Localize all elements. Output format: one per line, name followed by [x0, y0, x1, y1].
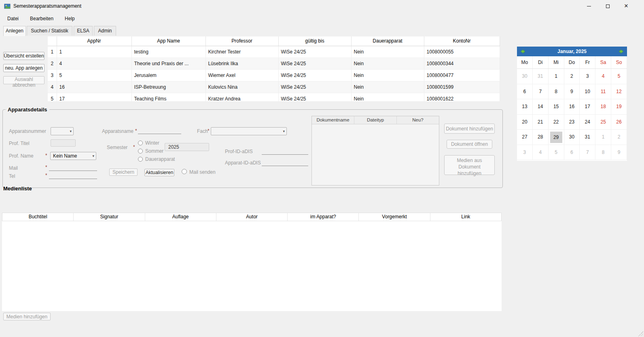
close-button[interactable]: ✕ — [617, 0, 636, 12]
calendar-day-cell[interactable]: 12 — [611, 84, 627, 100]
calendar-day-cell[interactable]: 4 — [595, 69, 611, 84]
calendar-day-cell[interactable]: 6 — [564, 145, 580, 160]
calendar-day-cell[interactable]: 29 — [549, 130, 564, 145]
prof-name-select[interactable]: Kein Name ▾ — [50, 152, 96, 160]
calendar-next-month-button[interactable] — [619, 48, 625, 55]
calendar-day-cell[interactable]: 19 — [611, 99, 627, 115]
mail-senden-checkbox[interactable] — [182, 169, 187, 174]
calendar-day-cell[interactable]: 5 — [549, 145, 564, 160]
winter-radio[interactable] — [138, 141, 143, 145]
dauerapparat-radio[interactable] — [138, 157, 143, 162]
menu-help[interactable]: Help — [59, 13, 80, 24]
app-table-row[interactable]: 35JerusalemWiemer AxelWiSe 24/25Nein1008… — [48, 69, 500, 81]
calendar-day-cell[interactable]: 3 — [580, 69, 595, 84]
calendar-day-cell[interactable]: 22 — [549, 115, 564, 130]
menu-datei[interactable]: Datei — [2, 13, 24, 24]
medien-aus-dokument-button[interactable]: Medien aus Dokument hinzufügen — [444, 155, 495, 175]
doc-column-header[interactable]: Dateityp — [354, 116, 397, 124]
app-column-header[interactable]: AppNr — [57, 36, 131, 46]
menu-bearbeiten[interactable]: Bearbeiten — [24, 13, 59, 24]
aktualisieren-button[interactable]: Aktualisieren — [144, 169, 174, 176]
medien-column-header[interactable]: im Apparat? — [288, 213, 359, 221]
uebersicht-erstellen-button[interactable]: Übersicht erstellen — [3, 52, 44, 60]
tab-anlegen[interactable]: Anlegen — [3, 26, 26, 36]
speichern-button[interactable]: Speichern — [109, 168, 138, 176]
calendar-day-cell[interactable]: 2 — [564, 69, 580, 84]
tel-input[interactable] — [49, 173, 97, 179]
prof-id-adis-input[interactable] — [262, 148, 308, 155]
calendar-day-cell[interactable]: 25 — [595, 115, 611, 130]
calendar-day-cell[interactable]: 20 — [517, 115, 533, 130]
calendar-day-cell[interactable]: 13 — [517, 99, 533, 115]
apparatsname-input[interactable] — [138, 128, 181, 134]
calendar-day-cell[interactable]: 27 — [517, 130, 533, 145]
semester-jahr-input[interactable] — [165, 143, 209, 151]
doc-column-header[interactable]: Neu? — [397, 116, 439, 124]
calendar-day-cell[interactable]: 3 — [517, 145, 533, 160]
app-table-row[interactable]: 11testingKirchner TesterWiSe 24/25Nein10… — [48, 46, 500, 58]
apparatsnummer-select[interactable]: ▾ — [51, 127, 74, 135]
calendar-day-cell[interactable]: 9 — [564, 84, 580, 100]
calendar-day-cell[interactable]: 1 — [549, 69, 564, 84]
calendar-day-cell[interactable]: 30 — [517, 69, 533, 84]
calendar-day-cell[interactable]: 31 — [580, 130, 595, 145]
dokument-oeffnen-button[interactable]: Dokument öffnen — [447, 140, 492, 149]
calendar-day-cell[interactable]: 8 — [595, 145, 611, 160]
apparat-id-adis-input[interactable] — [262, 160, 308, 166]
minimize-button[interactable] — [580, 0, 598, 12]
calendar-day-cell[interactable]: 26 — [611, 115, 627, 130]
prof-titel-input[interactable] — [51, 139, 76, 147]
calendar-day-cell[interactable]: 31 — [533, 69, 549, 84]
calendar-day-cell[interactable]: 11 — [595, 84, 611, 100]
calendar-day-cell[interactable]: 2 — [611, 130, 627, 145]
neue-app-anlegen-button[interactable]: neu. App anlegen — [3, 64, 44, 72]
calendar-day-cell[interactable]: 23 — [564, 115, 580, 130]
calendar-day-cell[interactable]: 7 — [580, 145, 595, 160]
calendar-day-cell[interactable]: 9 — [611, 145, 627, 160]
auswahl-abbrechen-button[interactable]: Auswahl abbrechen — [3, 76, 44, 84]
title-bar[interactable]: Semesterapparatsmanagement ✕ — [0, 0, 644, 12]
tab-elsa[interactable]: ELSA — [74, 26, 93, 36]
app-column-header[interactable]: Dauerapparat — [351, 36, 424, 46]
calendar-day-cell[interactable]: 24 — [580, 115, 595, 130]
calendar-day-cell[interactable]: 5 — [611, 69, 627, 84]
calendar-day-cell[interactable]: 14 — [533, 99, 549, 115]
app-table-row[interactable]: 24Theorie und Praxis der ...Lüsebrink Il… — [48, 58, 500, 69]
medien-column-header[interactable]: Signatur — [74, 213, 145, 221]
fach-select[interactable]: ▾ — [211, 127, 287, 135]
medien-column-header[interactable]: Vorgemerkt — [359, 213, 430, 221]
medien-column-header[interactable]: Auflage — [145, 213, 216, 221]
calendar-prev-month-button[interactable] — [519, 48, 525, 55]
calendar-day-cell[interactable]: 17 — [580, 99, 595, 115]
calendar-day-cell[interactable]: 15 — [549, 99, 564, 115]
medien-column-header[interactable]: Buchtitel — [2, 213, 74, 221]
medien-hinzufuegen-button[interactable]: Medien hinzufügen — [3, 313, 51, 320]
app-column-header[interactable]: gültig bis — [278, 36, 351, 46]
calendar-day-cell[interactable]: 6 — [517, 84, 533, 100]
medien-column-header[interactable]: Link — [430, 213, 501, 221]
tab-suchen-statistik[interactable]: Suchen / Statistik — [27, 26, 72, 36]
calendar-day-cell[interactable]: 7 — [533, 84, 549, 100]
app-table-row[interactable]: 416ISP-BetreuungKulovics NinaWiSe 24/25N… — [48, 81, 500, 93]
app-column-header[interactable]: App Name — [131, 36, 205, 46]
calendar-day-cell[interactable]: 16 — [564, 99, 580, 115]
calendar-day-cell[interactable]: 21 — [533, 115, 549, 130]
calendar-day-cell[interactable]: 18 — [595, 99, 611, 115]
tab-admin[interactable]: Admin — [94, 26, 116, 36]
resize-grip[interactable] — [638, 331, 643, 336]
calendar-day-cell[interactable]: 4 — [533, 145, 549, 160]
calendar-day-cell[interactable]: 28 — [533, 130, 549, 145]
app-column-header[interactable]: Professor — [205, 36, 278, 46]
medien-column-header[interactable]: Autor — [216, 213, 288, 221]
calendar-day-cell[interactable]: 8 — [549, 84, 564, 100]
doc-column-header[interactable]: Dokumentname — [312, 116, 354, 124]
calendar-day-cell[interactable]: 1 — [595, 130, 611, 145]
app-column-header[interactable]: KontoNr — [424, 36, 500, 46]
mail-input[interactable] — [49, 164, 97, 171]
calendar-day-cell[interactable]: 30 — [564, 130, 580, 145]
dokument-hinzufuegen-button[interactable]: Dokument hinzufügen — [444, 124, 495, 134]
app-table-row[interactable]: 517Teaching FilmsKratzer AndreaWiSe 24/2… — [48, 93, 500, 101]
maximize-button[interactable] — [598, 0, 617, 12]
calendar-day-cell[interactable]: 10 — [580, 84, 595, 100]
sommer-radio[interactable] — [138, 149, 143, 154]
